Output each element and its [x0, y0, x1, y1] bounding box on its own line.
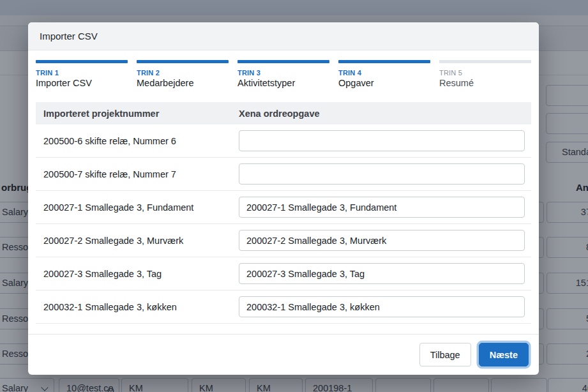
step-label: TRIN 2: [137, 69, 229, 77]
step-title: Opgaver: [338, 78, 430, 88]
step-title: Aktivitetstyper: [237, 78, 329, 88]
table-row: 200027-3 Smallegade 3, Tag: [36, 257, 531, 290]
imported-project-label: 200500-7 skifte relæ, Nummer 7: [36, 169, 239, 179]
step-5-resume: TRIN 5 Resumé: [439, 60, 531, 88]
imported-project-label: 200027-3 Smallegade 3, Tag: [36, 269, 239, 279]
mapping-table-header: Importeret projektnummer Xena ordreopgav…: [36, 102, 531, 124]
table-row: 200500-7 skifte relæ, Nummer 7: [36, 158, 531, 191]
step-progress-bar: [237, 60, 329, 63]
modal-footer: Tilbage Næste: [28, 334, 539, 375]
step-label: TRIN 5: [439, 69, 531, 77]
step-2-medarbejdere: TRIN 2 Medarbejdere: [137, 60, 229, 88]
modal-body: TRIN 1 Importer CSV TRIN 2 Medarbejdere …: [28, 50, 539, 334]
xena-task-input[interactable]: [239, 230, 525, 251]
imported-project-label: 200032-1 Smallegade 3, køkken: [36, 302, 239, 312]
xena-task-input[interactable]: [239, 263, 525, 284]
xena-task-input[interactable]: [239, 197, 525, 218]
wizard-steps: TRIN 1 Importer CSV TRIN 2 Medarbejdere …: [36, 60, 531, 88]
step-3-aktivitetstyper: TRIN 3 Aktivitetstyper: [237, 60, 329, 88]
step-label: TRIN 3: [237, 69, 329, 77]
table-row: 200027-1 Smallegade 3, Fundament: [36, 191, 531, 224]
modal-title: Importer CSV: [40, 31, 98, 41]
imported-project-label: 200500-6 skifte relæ, Nummer 6: [36, 136, 239, 146]
step-4-opgaver: TRIN 4 Opgaver: [338, 60, 430, 88]
step-1-importer-csv: TRIN 1 Importer CSV: [36, 60, 128, 88]
step-progress-bar: [439, 60, 531, 63]
column-header-imported: Importeret projektnummer: [36, 109, 239, 119]
step-title: Resumé: [439, 78, 531, 88]
step-progress-bar: [36, 60, 128, 63]
step-progress-bar: [338, 60, 430, 63]
xena-task-input[interactable]: [239, 296, 525, 317]
step-title: Medarbejdere: [137, 78, 229, 88]
table-row: 200027-2 Smallegade 3, Murværk: [36, 224, 531, 257]
imported-project-label: 200027-1 Smallegade 3, Fundament: [36, 202, 239, 213]
step-progress-bar: [137, 60, 229, 63]
table-row: 200032-1 Smallegade 3, køkken: [36, 290, 531, 324]
column-header-xena: Xena ordreopgave: [239, 109, 531, 119]
step-label: TRIN 1: [36, 69, 128, 77]
next-button[interactable]: Næste: [479, 343, 529, 366]
xena-task-input[interactable]: [239, 130, 525, 151]
import-csv-modal: Importer CSV TRIN 1 Importer CSV TRIN 2 …: [28, 22, 539, 375]
step-title: Importer CSV: [36, 78, 128, 88]
back-button[interactable]: Tilbage: [419, 343, 471, 366]
imported-project-label: 200027-2 Smallegade 3, Murværk: [36, 236, 239, 246]
step-label: TRIN 4: [338, 69, 430, 77]
modal-header: Importer CSV: [28, 22, 539, 50]
table-row: 200500-6 skifte relæ, Nummer 6: [36, 124, 531, 158]
xena-task-input[interactable]: [239, 163, 525, 185]
